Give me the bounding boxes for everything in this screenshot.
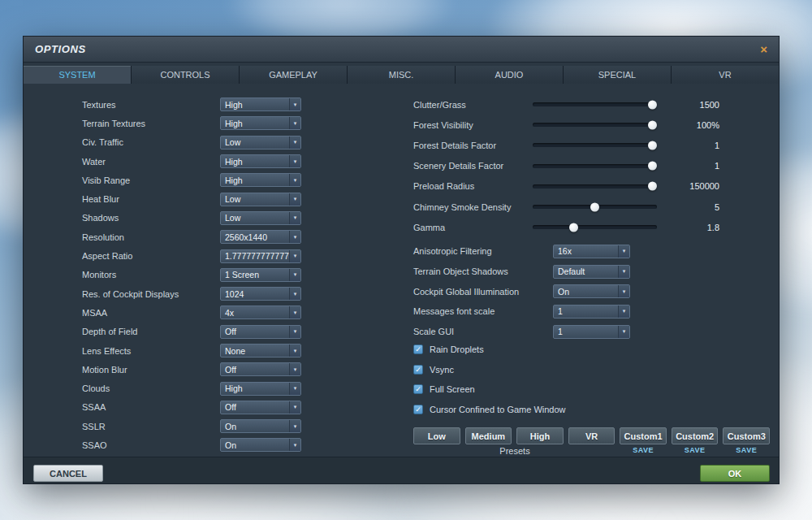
- cockpit-illumination-dropdown[interactable]: On▾: [553, 284, 630, 298]
- close-icon[interactable]: ×: [760, 43, 767, 55]
- preset-custom2-button[interactable]: Custom2: [672, 427, 719, 444]
- dropdown-value: High: [221, 174, 289, 186]
- chevron-down-icon[interactable]: ▾: [618, 266, 629, 278]
- preset-custom1-button[interactable]: Custom1: [620, 427, 667, 444]
- aspect-ratio-dropdown[interactable]: 1.7777777777778▾: [220, 249, 301, 263]
- preset-vr-button[interactable]: VR: [568, 427, 615, 444]
- forest-visibility-slider[interactable]: [533, 123, 657, 127]
- forest-details-slider[interactable]: [533, 143, 657, 147]
- cancel-button[interactable]: CANCEL: [33, 465, 103, 482]
- chevron-down-icon[interactable]: ▾: [289, 117, 300, 129]
- chevron-down-icon[interactable]: ▾: [618, 245, 629, 258]
- checkbox-check-icon[interactable]: ✓: [413, 344, 423, 354]
- dropdown-value: Off: [221, 401, 289, 414]
- chevron-down-icon[interactable]: ▾: [618, 285, 629, 297]
- msaa-dropdown[interactable]: 4x▾: [220, 306, 301, 319]
- slider-handle[interactable]: [569, 223, 578, 232]
- chevron-down-icon[interactable]: ▾: [289, 212, 300, 224]
- shadows-dropdown[interactable]: Low▾: [220, 211, 301, 225]
- water-dropdown[interactable]: High▾: [220, 154, 301, 168]
- sslr-dropdown[interactable]: On▾: [220, 419, 301, 433]
- messages-font-scale-dropdown[interactable]: 1▾: [553, 305, 630, 318]
- chevron-down-icon[interactable]: ▾: [289, 401, 300, 414]
- preset-medium-button[interactable]: Medium: [465, 427, 512, 444]
- slider-handle[interactable]: [648, 120, 657, 129]
- chevron-down-icon[interactable]: ▾: [289, 155, 300, 167]
- civ-traffic-dropdown[interactable]: Low▾: [220, 136, 301, 150]
- monitors-dropdown[interactable]: 1 Screen▾: [220, 268, 301, 282]
- chevron-down-icon[interactable]: ▾: [289, 383, 300, 395]
- setting-row-scale-gui: Scale GUI1▾: [413, 322, 771, 342]
- save-custom2-link[interactable]: SAVE: [672, 446, 719, 456]
- heat-blur-dropdown[interactable]: Low▾: [220, 193, 301, 206]
- rain-droplets-checkbox[interactable]: ✓Rain Droplets: [413, 340, 566, 360]
- preload-radius-slider[interactable]: [533, 184, 657, 188]
- slider-handle[interactable]: [648, 162, 657, 171]
- chevron-down-icon[interactable]: ▾: [289, 420, 300, 432]
- dropdown-value: 1: [554, 326, 618, 338]
- chevron-down-icon[interactable]: ▾: [618, 326, 629, 338]
- ok-button[interactable]: OK: [700, 465, 770, 482]
- chevron-down-icon[interactable]: ▾: [289, 250, 300, 262]
- save-custom1-link[interactable]: SAVE: [620, 446, 667, 456]
- textures-dropdown[interactable]: High▾: [220, 98, 301, 111]
- dropdown-value: 1.7777777777778: [221, 250, 289, 262]
- chevron-down-icon[interactable]: ▾: [289, 344, 300, 357]
- cursor-confined-checkbox[interactable]: ✓Cursor Confined to Game Window: [413, 400, 566, 420]
- gamma-slider[interactable]: [533, 225, 657, 229]
- preset-low-button[interactable]: Low: [413, 427, 460, 444]
- tab-special[interactable]: SPECIAL: [564, 66, 672, 84]
- checkbox-check-icon[interactable]: ✓: [413, 384, 423, 394]
- chevron-down-icon[interactable]: ▾: [289, 363, 300, 375]
- vsync-checkbox[interactable]: ✓Vsync: [413, 360, 566, 380]
- tab-misc[interactable]: MISC.: [348, 66, 456, 84]
- tab-controls[interactable]: CONTROLS: [132, 66, 240, 84]
- visib-range-dropdown[interactable]: High▾: [220, 173, 301, 187]
- chevron-down-icon[interactable]: ▾: [289, 231, 300, 243]
- tab-vr[interactable]: VR: [672, 66, 779, 84]
- setting-label: Water: [82, 157, 220, 167]
- cockpit-displays-dropdown[interactable]: 1024▾: [220, 287, 301, 301]
- full-screen-checkbox[interactable]: ✓Full Screen: [413, 379, 566, 400]
- terrain-obj-shadows-dropdown[interactable]: Default▾: [553, 265, 630, 279]
- clouds-dropdown[interactable]: High▾: [220, 382, 301, 396]
- scenery-details-slider[interactable]: [533, 164, 657, 168]
- checkbox-check-icon[interactable]: ✓: [413, 405, 423, 414]
- lens-effects-dropdown[interactable]: None▾: [220, 344, 301, 358]
- chevron-down-icon[interactable]: ▾: [289, 288, 300, 300]
- chevron-down-icon[interactable]: ▾: [289, 98, 300, 110]
- setting-row-textures: TexturesHigh▾: [24, 95, 397, 114]
- slider-handle[interactable]: [648, 100, 657, 109]
- ssao-dropdown[interactable]: On▾: [220, 438, 301, 452]
- tab-audio[interactable]: AUDIO: [456, 66, 564, 84]
- terrain-textures-dropdown[interactable]: High▾: [220, 116, 301, 130]
- chevron-down-icon[interactable]: ▾: [289, 306, 300, 318]
- preset-custom3-button[interactable]: Custom3: [723, 427, 770, 444]
- save-custom3-link[interactable]: SAVE: [723, 446, 770, 456]
- ssaa-dropdown[interactable]: Off▾: [220, 401, 301, 414]
- slider-handle[interactable]: [648, 182, 657, 191]
- chevron-down-icon[interactable]: ▾: [289, 439, 300, 451]
- checkbox-check-icon[interactable]: ✓: [413, 365, 423, 375]
- chevron-down-icon[interactable]: ▾: [289, 193, 300, 206]
- preset-custom1: Custom1SAVE: [620, 427, 667, 456]
- slider-handle[interactable]: [648, 141, 657, 150]
- chevron-down-icon[interactable]: ▾: [289, 326, 300, 338]
- scale-gui-dropdown[interactable]: 1▾: [553, 325, 630, 339]
- resolution-dropdown[interactable]: 2560x1440▾: [220, 230, 301, 244]
- chevron-down-icon[interactable]: ▾: [618, 306, 629, 318]
- motion-blur-dropdown[interactable]: Off▾: [220, 362, 301, 376]
- preset-high-button[interactable]: High: [516, 427, 564, 444]
- chevron-down-icon[interactable]: ▾: [289, 136, 300, 149]
- anisotropic-dropdown[interactable]: 16x▾: [553, 245, 630, 258]
- setting-label: MSAA: [82, 308, 220, 318]
- slider-handle[interactable]: [590, 202, 599, 211]
- dropdown-value: Low: [221, 212, 289, 224]
- chevron-down-icon[interactable]: ▾: [289, 174, 300, 186]
- depth-of-field-dropdown[interactable]: Off▾: [220, 325, 301, 339]
- clutter-grass-slider[interactable]: [533, 102, 657, 106]
- tab-system[interactable]: SYSTEM: [24, 66, 132, 84]
- chevron-down-icon[interactable]: ▾: [289, 269, 300, 281]
- chimney-smoke-slider[interactable]: [533, 205, 657, 209]
- tab-gameplay[interactable]: GAMEPLAY: [240, 66, 348, 84]
